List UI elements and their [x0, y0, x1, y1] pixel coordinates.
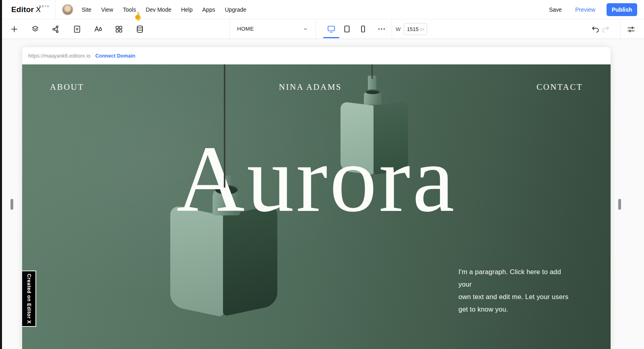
avatar[interactable]: [62, 4, 73, 15]
menu-tools[interactable]: Tools: [123, 6, 136, 13]
page-selector-value: HOME: [237, 26, 254, 32]
workspace: https://maayank6.editorx.io Connect Doma…: [0, 39, 644, 349]
lamp-cord: [224, 64, 225, 188]
menu-help[interactable]: Help: [181, 6, 193, 13]
top-menu-bar: EditorX BETA Site View Tools Dev Mode He…: [0, 0, 644, 19]
hero-title[interactable]: Aurora: [22, 132, 611, 227]
menu-dev-mode[interactable]: Dev Mode: [146, 6, 171, 13]
width-label: W: [396, 26, 400, 32]
site-canvas: https://maayank6.editorx.io Connect Doma…: [22, 47, 611, 349]
breakpoint-desktop-icon[interactable]: [324, 22, 339, 36]
chevron-down-icon: [301, 25, 310, 33]
menu-site[interactable]: Site: [82, 6, 91, 13]
undo-icon[interactable]: [591, 25, 601, 34]
menu-view[interactable]: View: [101, 6, 113, 13]
page-icon[interactable]: [71, 23, 83, 35]
editor-x-logo: EditorX: [11, 5, 41, 14]
site-navigation: ABOUT NINA ADAMS CONTACT: [22, 82, 611, 92]
breakpoint-mobile-icon[interactable]: [356, 22, 370, 36]
site-preview[interactable]: ABOUT NINA ADAMS CONTACT Aurora I'm a pa…: [22, 64, 611, 349]
created-on-editor-x-badge[interactable]: Created on Editor X: [22, 271, 36, 327]
lamp-socket: [364, 90, 382, 105]
site-paragraph[interactable]: I'm a paragraph. Click here to add your …: [458, 266, 575, 316]
lamp-cord: [372, 64, 373, 79]
quick-add-icon[interactable]: [113, 23, 125, 35]
divider: [620, 19, 621, 39]
ellipsis-icon[interactable]: [374, 22, 389, 36]
main-menu: Site View Tools Dev Mode Help Apps Upgra…: [82, 0, 246, 19]
connections-icon[interactable]: [50, 23, 62, 35]
menu-apps[interactable]: Apps: [202, 6, 215, 13]
breakpoint-tablet-icon[interactable]: [340, 22, 354, 36]
divider: [55, 0, 56, 19]
divider: [316, 19, 316, 39]
publish-button[interactable]: Publish: [607, 3, 637, 16]
canvas-resize-handle-right[interactable]: [618, 199, 621, 210]
menu-upgrade[interactable]: Upgrade: [225, 6, 246, 13]
preview-button[interactable]: Preview: [575, 6, 595, 13]
screen-edge: [0, 0, 2, 349]
site-url: https://maayank6.editorx.io: [28, 53, 91, 59]
divider: [392, 19, 392, 39]
breakpoint-selected-underline: [323, 37, 339, 38]
page-selector-dropdown[interactable]: HOME: [229, 19, 316, 39]
canvas-resize-handle-left[interactable]: [10, 199, 13, 210]
nav-link-contact[interactable]: CONTACT: [537, 82, 583, 92]
editor-toolbar: HOME W px: [0, 19, 644, 39]
save-button[interactable]: Save: [549, 6, 562, 13]
beta-badge: BETA: [39, 4, 50, 8]
adjust-icon[interactable]: [626, 25, 636, 34]
redo-icon[interactable]: [601, 25, 610, 34]
layers-icon[interactable]: [29, 23, 41, 35]
add-icon[interactable]: [8, 23, 20, 35]
width-input[interactable]: [407, 26, 420, 32]
nav-link-about[interactable]: ABOUT: [50, 82, 84, 92]
width-input-box: px: [404, 23, 427, 35]
connect-domain-link[interactable]: Connect Domain: [95, 53, 135, 59]
width-unit: px: [420, 27, 425, 31]
text-theme-icon[interactable]: [92, 23, 104, 35]
content-manager-icon[interactable]: [134, 23, 146, 35]
site-url-bar: https://maayank6.editorx.io Connect Doma…: [22, 47, 611, 64]
site-logo-text[interactable]: NINA ADAMS: [279, 82, 342, 92]
